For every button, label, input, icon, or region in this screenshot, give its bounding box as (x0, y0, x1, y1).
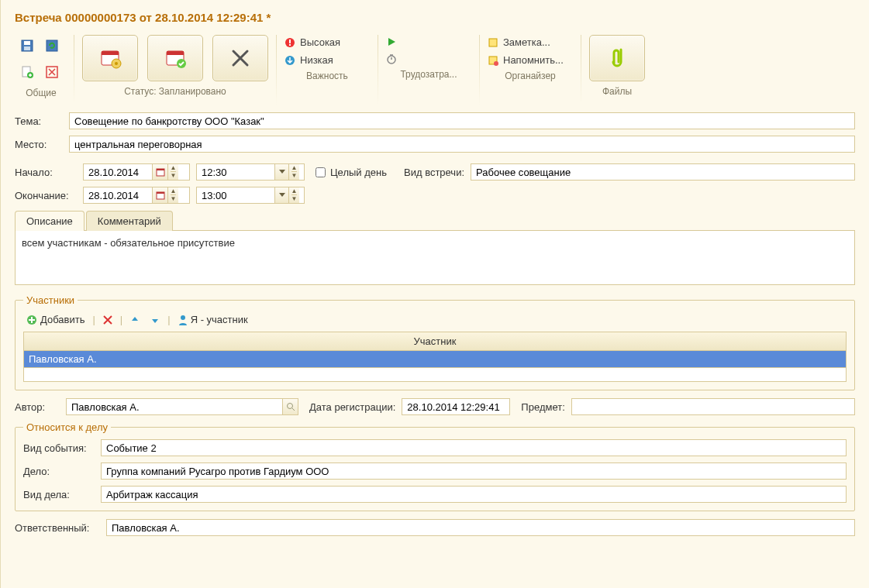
ribbon-caption-status: Статус: Запланировано (124, 86, 226, 97)
place-field[interactable] (69, 136, 855, 153)
author-input[interactable] (67, 401, 282, 413)
stopwatch-icon (386, 53, 397, 64)
meeting-type-input[interactable] (471, 167, 854, 178)
arrow-down-blue-icon (284, 55, 295, 66)
organizer-remind-button[interactable]: Напомнить... (488, 54, 573, 66)
responsible-field[interactable] (106, 519, 855, 536)
case-legend: Относится к делу (23, 421, 111, 433)
tab-comment[interactable]: Комментарий (86, 211, 173, 231)
case-type-field[interactable] (101, 486, 847, 503)
end-time-input[interactable] (197, 190, 274, 201)
svg-rect-12 (167, 51, 184, 55)
calendar-icon[interactable] (152, 164, 167, 180)
svg-point-28 (287, 404, 292, 409)
case-label: Дело: (23, 466, 95, 477)
move-up-button[interactable] (127, 314, 143, 326)
ribbon-caption-organizer: Органайзер (505, 70, 556, 81)
meeting-type-field[interactable] (471, 163, 855, 181)
importance-high-button[interactable]: Высокая (284, 36, 370, 48)
description-textarea[interactable]: всем участникам - обязательное присутств… (15, 231, 855, 285)
save-refresh-icon[interactable] (44, 38, 60, 53)
ribbon-caption-effort: Трудозатра... (400, 69, 457, 80)
plus-green-icon (26, 315, 37, 325)
author-field[interactable] (66, 398, 298, 415)
effort-start-button[interactable] (386, 36, 471, 47)
subject2-input[interactable] (572, 401, 854, 413)
ribbon-caption-common: Общие (26, 88, 56, 98)
tabs: Описание Комментарий (15, 210, 855, 231)
arrow-up-icon (130, 315, 140, 325)
svg-rect-25 (157, 192, 164, 194)
start-date-field[interactable]: ▲▼ (83, 163, 190, 181)
calendar-icon[interactable] (152, 187, 167, 203)
svg-rect-16 (289, 44, 291, 46)
svg-rect-15 (289, 40, 291, 43)
importance-low-button[interactable]: Низкая (284, 54, 370, 66)
event-type-field[interactable] (101, 439, 847, 456)
participants-toolbar: Добавить | | | Я - участник (23, 312, 847, 327)
participant-row[interactable]: Павловская А. (23, 351, 847, 368)
ribbon-group-files: Файлы (581, 30, 653, 97)
status-done-button[interactable] (147, 35, 203, 81)
time-spinner[interactable]: ▲▼ (288, 164, 299, 180)
chevron-down-icon[interactable] (274, 187, 288, 203)
end-date-input[interactable] (84, 190, 152, 201)
end-time-field[interactable]: ▲▼ (196, 187, 305, 204)
event-type-label: Вид события: (23, 442, 95, 454)
participants-column-header[interactable]: Участник (23, 332, 847, 351)
place-input[interactable] (70, 139, 854, 150)
svg-rect-3 (47, 40, 57, 51)
person-icon (178, 315, 188, 325)
subject-field[interactable] (69, 112, 855, 129)
participants-legend: Участники (23, 294, 78, 306)
add-participant-button[interactable]: Добавить (23, 312, 88, 327)
case-type-input[interactable] (102, 489, 846, 500)
ribbon-group-effort: Трудозатра... (378, 30, 479, 80)
status-cancel-button[interactable] (212, 35, 268, 81)
meeting-form-window: Встреча 00000000173 от 28.10.2014 12:29:… (0, 0, 869, 588)
responsible-input[interactable] (107, 522, 854, 534)
svg-rect-2 (24, 46, 30, 50)
organizer-note-button[interactable]: Заметка... (488, 36, 573, 48)
chevron-down-icon[interactable] (274, 164, 288, 180)
subject2-field[interactable] (571, 398, 855, 415)
me-participant-button[interactable]: Я - участник (175, 312, 251, 327)
delete-doc-icon[interactable] (44, 64, 60, 80)
files-button[interactable] (589, 35, 645, 81)
move-down-button[interactable] (147, 314, 163, 326)
start-date-input[interactable] (84, 167, 152, 178)
participant-row-empty[interactable] (23, 368, 847, 382)
meeting-type-label: Вид встречи: (404, 167, 464, 178)
time-spinner[interactable]: ▲▼ (288, 187, 299, 203)
case-input[interactable] (102, 466, 846, 477)
ribbon-group-common: Общие (9, 30, 74, 98)
end-date-field[interactable]: ▲▼ (83, 187, 190, 204)
svg-rect-19 (489, 39, 497, 46)
effort-timer-button[interactable] (386, 53, 471, 64)
case-field[interactable] (101, 462, 847, 480)
ribbon-group-organizer: Заметка... Напомнить... Органайзер (480, 30, 581, 81)
date-spinner[interactable]: ▲▼ (167, 187, 178, 203)
start-label: Начало: (15, 167, 77, 178)
add-doc-icon[interactable] (19, 64, 35, 80)
lookup-icon[interactable] (282, 399, 298, 414)
start-time-input[interactable] (197, 167, 274, 178)
remind-icon (488, 55, 498, 66)
case-type-label: Вид дела: (23, 489, 95, 500)
start-time-field[interactable]: ▲▼ (196, 163, 305, 181)
save-icon[interactable] (19, 38, 35, 53)
date-spinner[interactable]: ▲▼ (167, 164, 178, 180)
tab-description[interactable]: Описание (15, 211, 84, 231)
regdate-field[interactable] (402, 398, 510, 415)
case-fieldset: Относится к делу Вид события: Дело: Вид … (15, 421, 855, 511)
subject-input[interactable] (70, 115, 854, 127)
delete-participant-button[interactable] (100, 314, 116, 326)
svg-rect-1 (24, 41, 30, 45)
event-type-input[interactable] (102, 442, 846, 454)
ribbon: Общие Статус: Запланировано (1, 30, 869, 105)
status-planned-button[interactable] (82, 35, 138, 81)
participants-fieldset: Участники Добавить | | | (15, 294, 855, 390)
x-red-icon (103, 315, 112, 325)
allday-checkbox[interactable]: Целый день (316, 167, 387, 178)
svg-rect-23 (157, 169, 164, 170)
